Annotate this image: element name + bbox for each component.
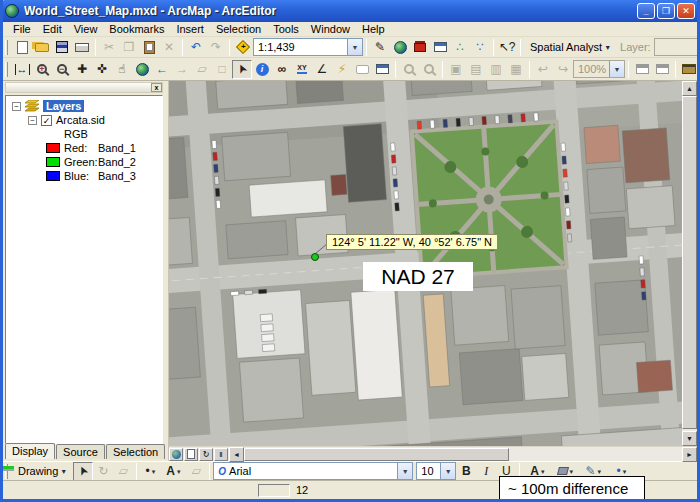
toc-row-band-red[interactable]: Red: Band_1 xyxy=(6,141,162,155)
italic-button[interactable]: I xyxy=(476,462,496,481)
command-window-button[interactable] xyxy=(430,38,450,57)
layout-zoom-combo[interactable]: 100% ▼ xyxy=(573,60,625,78)
copy-button[interactable]: ❐ xyxy=(119,38,139,57)
paste-button[interactable] xyxy=(139,38,159,57)
new-text-tool[interactable]: A▾ xyxy=(160,462,186,481)
green-band-swatch[interactable] xyxy=(46,157,60,167)
red-band-swatch[interactable] xyxy=(46,143,60,153)
toolbar-grip[interactable] xyxy=(5,62,8,77)
identify-tool[interactable]: i xyxy=(252,60,272,79)
layer-combo[interactable]: ▼ xyxy=(654,38,700,56)
zoom-width-button[interactable]: ▣ xyxy=(446,60,466,79)
measure-tool[interactable]: ∠ xyxy=(312,60,332,79)
scroll-down-button[interactable]: ▼ xyxy=(682,431,697,446)
layer-visibility-checkbox[interactable]: ✓ xyxy=(41,115,52,126)
new-map-button[interactable] xyxy=(12,38,32,57)
menu-bookmarks[interactable]: Bookmarks xyxy=(103,22,170,36)
tab-selection[interactable]: Selection xyxy=(106,444,165,459)
scroll-left-button[interactable]: ◄ xyxy=(229,447,244,462)
zoom-to-elements-button[interactable]: ▱ xyxy=(113,462,133,481)
arccatalog-button[interactable] xyxy=(390,38,410,57)
collapse-icon[interactable]: − xyxy=(12,102,21,111)
map-horizontal-scrollbar[interactable]: ↻ ‖ ◄ ► xyxy=(169,446,697,461)
menu-tools[interactable]: Tools xyxy=(267,22,305,36)
data-view-button[interactable] xyxy=(169,448,183,461)
scroll-up-button[interactable]: ▲ xyxy=(682,81,697,96)
fixed-layout-zoom-in-button[interactable]: ▤ xyxy=(466,60,486,79)
fixed-zoom-out-button[interactable]: ✜ xyxy=(92,60,112,79)
spatial-analyst-menu[interactable]: Spatial Analyst ▼ xyxy=(524,38,617,57)
collapse-icon[interactable]: − xyxy=(28,116,37,125)
redo-button[interactable]: ↷ xyxy=(206,38,226,57)
map-vertical-scrollbar[interactable]: ▲ ▼ xyxy=(682,81,697,446)
zoom-in-tool[interactable]: + xyxy=(32,60,52,79)
add-data-button[interactable]: + xyxy=(233,38,253,57)
rotate-element-tool[interactable]: ↻ xyxy=(93,462,113,481)
go-forward-extent-button[interactable]: → xyxy=(172,60,192,79)
close-button[interactable]: ✕ xyxy=(677,3,695,19)
tab-display[interactable]: Display xyxy=(5,443,55,459)
toc-layer-name[interactable]: Arcata.sid xyxy=(56,114,105,126)
menu-selection[interactable]: Selection xyxy=(210,22,267,36)
menu-window[interactable]: Window xyxy=(305,22,356,36)
pan-tool[interactable]: ☝ xyxy=(112,60,132,79)
zoom-whole-page-button[interactable] xyxy=(399,60,419,79)
change-layout-button[interactable] xyxy=(652,60,672,79)
html-popup-tool[interactable] xyxy=(352,60,372,79)
hyperlink-tool[interactable]: ⚡ xyxy=(332,60,352,79)
menu-edit[interactable]: Edit xyxy=(37,22,68,36)
print-button[interactable] xyxy=(72,38,92,57)
vertical-scroll-thumb[interactable] xyxy=(682,96,697,429)
map-scale-combo[interactable]: 1:1,439 ▼ xyxy=(253,38,363,56)
toc-row-layers[interactable]: − Layers xyxy=(6,99,162,113)
font-dropdown-button[interactable]: ▼ xyxy=(397,463,412,479)
whats-this-button[interactable]: ↖? xyxy=(497,38,517,57)
restore-button[interactable]: ❐ xyxy=(657,3,675,19)
toc-row-band-blue[interactable]: Blue: Band_3 xyxy=(6,169,162,183)
title-bar[interactable]: World_Street_Map.mxd - ArcMap - ArcEdito… xyxy=(0,0,700,22)
minimize-button[interactable]: _ xyxy=(637,3,655,19)
pause-drawing-button[interactable]: ‖ xyxy=(214,448,228,461)
clear-selection-button[interactable]: □ xyxy=(212,60,232,79)
gps-point-marker[interactable] xyxy=(311,253,319,261)
toc-row-band-green[interactable]: Green: Band_2 xyxy=(6,155,162,169)
menu-insert[interactable]: Insert xyxy=(170,22,210,36)
save-button[interactable] xyxy=(52,38,72,57)
bold-button[interactable]: B xyxy=(456,462,476,481)
toggle-draft-mode-button[interactable]: ▦ xyxy=(506,60,526,79)
select-features-tool[interactable]: ▱ xyxy=(192,60,212,79)
toolbar-grip[interactable] xyxy=(5,40,8,55)
select-elements-tool[interactable]: ➤ xyxy=(73,462,93,481)
edit-tools-button[interactable]: ∴ xyxy=(450,38,470,57)
drawing-menu[interactable]: Drawing ▼ xyxy=(12,462,73,481)
snapping-button[interactable] xyxy=(679,60,699,79)
font-combo[interactable]: O Arial ▼ xyxy=(213,462,413,480)
focus-data-frame-button[interactable] xyxy=(632,60,652,79)
tab-source[interactable]: Source xyxy=(56,444,105,459)
cut-button[interactable]: ✂ xyxy=(99,38,119,57)
fixed-layout-zoom-out-button[interactable]: ▥ xyxy=(486,60,506,79)
viewer-window-button[interactable] xyxy=(372,60,392,79)
go-to-xy-tool[interactable]: XY xyxy=(292,60,312,79)
menu-file[interactable]: File xyxy=(7,22,37,36)
blue-band-swatch[interactable] xyxy=(46,171,60,181)
toc-layers-label[interactable]: Layers xyxy=(43,100,84,112)
refresh-view-button[interactable]: ↻ xyxy=(199,448,213,461)
open-button[interactable] xyxy=(32,38,52,57)
editor-toolbar-button[interactable]: ✎ xyxy=(370,38,390,57)
font-size-combo[interactable]: 10 ▼ xyxy=(416,462,456,480)
undo-button[interactable]: ↶ xyxy=(186,38,206,57)
next-page-button[interactable]: ↪ xyxy=(553,60,573,79)
full-extent-button[interactable] xyxy=(132,60,152,79)
layout-view-button[interactable] xyxy=(184,448,198,461)
menu-view[interactable]: View xyxy=(68,22,104,36)
toc-row-renderer[interactable]: RGB xyxy=(6,127,162,141)
delete-button[interactable]: ✕ xyxy=(159,38,179,57)
scroll-right-button[interactable]: ► xyxy=(682,447,697,462)
toc-header[interactable]: x xyxy=(5,82,163,93)
menu-help[interactable]: Help xyxy=(356,22,391,36)
horizontal-scroll-thumb[interactable] xyxy=(244,448,509,461)
toc-close-button[interactable]: x xyxy=(151,83,162,92)
go-back-extent-button[interactable]: ← xyxy=(152,60,172,79)
scale-dropdown-button[interactable]: ▼ xyxy=(347,39,362,55)
